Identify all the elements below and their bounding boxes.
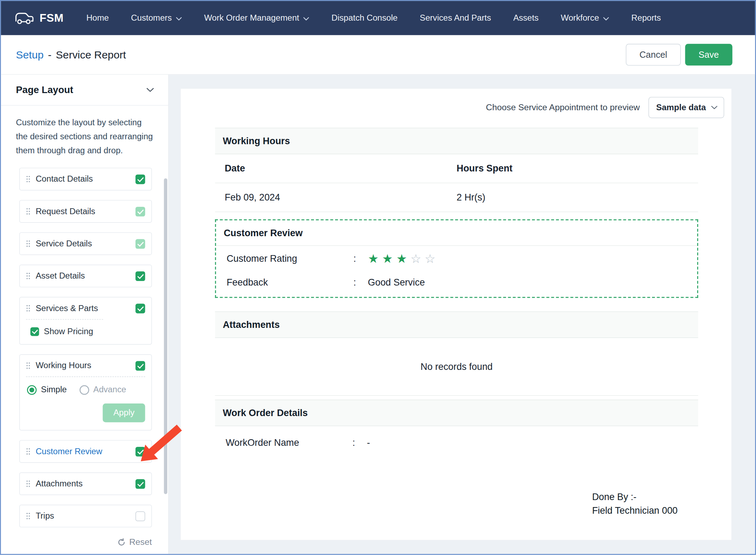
- drag-handle-icon[interactable]: [26, 512, 30, 520]
- apply-button[interactable]: Apply: [103, 403, 145, 422]
- section-checkbox[interactable]: [135, 239, 145, 249]
- star-filled-icon: ★: [382, 253, 393, 265]
- drag-handle-icon[interactable]: [26, 208, 30, 215]
- brand[interactable]: FSM: [14, 11, 64, 25]
- section-checkbox[interactable]: [135, 361, 145, 371]
- sidebar-description: Customize the layout by selecting the de…: [16, 116, 155, 158]
- radio-advance[interactable]: Advance: [79, 385, 126, 395]
- drag-handle-icon[interactable]: [26, 240, 30, 247]
- layout-section-request-details[interactable]: Request Details: [19, 200, 152, 223]
- working-hours-mode: Simple Advance: [20, 377, 151, 398]
- nav-customers[interactable]: Customers: [120, 1, 193, 35]
- customer-rating-row: Customer Rating : ★ ★ ★ ☆ ☆: [216, 246, 697, 272]
- preview-panel: Choose Service Appointment to preview Sa…: [180, 88, 732, 540]
- chevron-down-icon: [176, 17, 182, 21]
- section-label: Asset Details: [36, 271, 130, 281]
- setup-header: Setup - Service Report Cancel Save: [1, 35, 755, 75]
- section-checkbox[interactable]: [135, 206, 145, 216]
- drag-handle-icon[interactable]: [26, 272, 30, 280]
- done-by-block: Done By :- Field Technician 000: [592, 490, 698, 518]
- done-by-label: Done By :-: [592, 490, 698, 504]
- report-document: Working Hours Date Hours Spent Feb 09, 2…: [215, 128, 698, 518]
- apply-row: Apply: [20, 398, 151, 430]
- section-checkbox[interactable]: [135, 479, 145, 489]
- page-layout-header[interactable]: Page Layout: [1, 75, 168, 106]
- cell-date: Feb 09, 2024: [225, 192, 457, 203]
- section-checkbox[interactable]: [135, 174, 145, 184]
- header-actions: Cancel Save: [626, 44, 732, 65]
- customer-review-section-header: Customer Review: [216, 220, 697, 246]
- section-checkbox[interactable]: [135, 303, 145, 313]
- done-by-value: Field Technician 000: [592, 504, 698, 518]
- work-order-name-label: WorkOrder Name: [226, 437, 352, 448]
- drag-handle-icon[interactable]: [26, 448, 30, 455]
- nav-reports[interactable]: Reports: [620, 1, 672, 35]
- reset-button[interactable]: Reset: [19, 537, 152, 547]
- star-filled-icon: ★: [396, 253, 407, 265]
- section-label: Customer Review: [36, 447, 130, 457]
- brand-label: FSM: [40, 12, 64, 24]
- work-order-name-row: WorkOrder Name : -: [215, 426, 698, 459]
- section-label: Service Details: [36, 239, 130, 249]
- feedback-value: Good Service: [368, 277, 425, 288]
- layout-section-attachments[interactable]: Attachments: [19, 472, 152, 495]
- nav-services-and-parts[interactable]: Services And Parts: [409, 1, 502, 35]
- layout-section-customer-review[interactable]: Customer Review: [19, 440, 152, 463]
- column-date: Date: [225, 163, 457, 174]
- customer-rating-label: Customer Rating: [226, 253, 353, 264]
- reset-label: Reset: [129, 537, 152, 547]
- layout-section-contact-details[interactable]: Contact Details: [19, 168, 152, 190]
- nav-dispatch-console[interactable]: Dispatch Console: [320, 1, 408, 35]
- section-label: Attachments: [36, 479, 130, 489]
- sample-data-select[interactable]: Sample data: [649, 97, 724, 118]
- show-pricing-checkbox[interactable]: [30, 327, 39, 336]
- drag-handle-icon[interactable]: [26, 480, 30, 487]
- nav-home[interactable]: Home: [75, 1, 120, 35]
- section-cards: Contact Details Request Details Service …: [1, 168, 168, 527]
- save-button[interactable]: Save: [685, 44, 732, 65]
- working-hours-table-header: Date Hours Spent: [215, 154, 698, 183]
- cell-hours-spent: 2 Hr(s): [457, 192, 689, 203]
- drag-handle-icon[interactable]: [26, 175, 30, 183]
- section-checkbox[interactable]: [135, 447, 145, 456]
- section-label: Services & Parts: [36, 303, 130, 313]
- show-pricing-option[interactable]: Show Pricing: [20, 319, 151, 344]
- sidebar-scrollbar[interactable]: [164, 178, 167, 494]
- preview-area: Choose Service Appointment to preview Sa…: [169, 75, 755, 554]
- show-pricing-label: Show Pricing: [44, 326, 93, 337]
- working-hours-table-row: Feb 09, 2024 2 Hr(s): [215, 183, 698, 212]
- drag-handle-icon[interactable]: [26, 305, 30, 312]
- layout-section-working-hours[interactable]: Working Hours Simple Advance: [19, 354, 152, 430]
- layout-section-services-and-parts[interactable]: Services & Parts Show Pricing: [19, 297, 152, 345]
- radio-simple[interactable]: Simple: [27, 385, 67, 395]
- nav-items: Home Customers Work Order Management Dis…: [75, 1, 672, 35]
- customer-review-section: Customer Review Customer Rating : ★ ★ ★ …: [215, 219, 698, 298]
- reset-icon: [117, 538, 126, 547]
- breadcrumb: Setup - Service Report: [16, 48, 126, 61]
- section-checkbox[interactable]: [135, 271, 145, 281]
- chevron-down-icon: [147, 88, 154, 92]
- layout-section-service-details[interactable]: Service Details: [19, 232, 152, 255]
- fsm-app: FSM Home Customers Work Order Management…: [0, 0, 756, 555]
- page-title: Service Report: [56, 48, 126, 61]
- section-checkbox[interactable]: [135, 511, 145, 521]
- page-layout-sidebar: Page Layout Customize the layout by sele…: [1, 75, 169, 554]
- layout-section-trips[interactable]: Trips: [19, 505, 152, 527]
- drag-handle-icon[interactable]: [26, 362, 30, 370]
- star-empty-icon: ☆: [411, 253, 421, 265]
- nav-work-order-management[interactable]: Work Order Management: [193, 1, 321, 35]
- content: Page Layout Customize the layout by sele…: [1, 75, 755, 554]
- cancel-button[interactable]: Cancel: [626, 44, 680, 65]
- radio-icon[interactable]: [79, 385, 89, 395]
- working-hours-section-header: Working Hours: [215, 128, 698, 154]
- radio-icon[interactable]: [27, 385, 37, 395]
- setup-link[interactable]: Setup: [16, 48, 43, 61]
- layout-section-asset-details[interactable]: Asset Details: [19, 265, 152, 287]
- chevron-down-icon: [603, 17, 609, 21]
- chevron-down-icon: [711, 106, 718, 110]
- nav-workforce[interactable]: Workforce: [550, 1, 620, 35]
- nav-assets[interactable]: Assets: [502, 1, 550, 35]
- column-hours-spent: Hours Spent: [457, 163, 689, 174]
- section-label: Working Hours: [36, 360, 130, 371]
- section-label: Request Details: [36, 206, 130, 217]
